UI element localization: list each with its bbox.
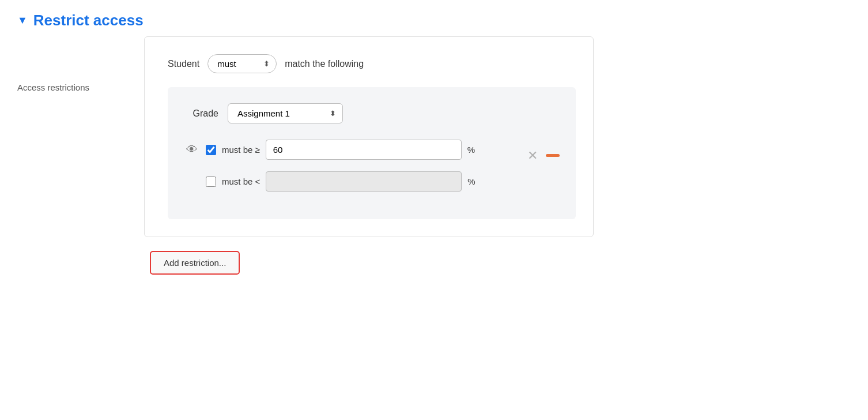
- must-select-wrapper: must must not ⬍: [207, 54, 277, 73]
- condition1-outer-row: 👁 must be ≥ % ✕: [184, 140, 560, 171]
- condition1-row: 👁 must be ≥ %: [184, 140, 516, 160]
- grade-select[interactable]: Assignment 1 Assignment 2 Quiz 1 Final: [228, 103, 343, 123]
- condition2-percent: %: [467, 177, 475, 186]
- action-icons: ✕: [527, 148, 560, 163]
- student-row: Student must must not ⬍ match the follow…: [162, 54, 576, 73]
- inner-panel: Grade Assignment 1 Assignment 2 Quiz 1 F…: [168, 87, 576, 219]
- grade-row: Grade Assignment 1 Assignment 2 Quiz 1 F…: [184, 103, 560, 123]
- condition1-percent: %: [467, 145, 475, 155]
- orange-dash-icon[interactable]: [546, 154, 560, 157]
- condition2-text: must be <: [222, 177, 260, 186]
- chevron-down-icon[interactable]: ▼: [17, 14, 28, 27]
- condition2-input: [266, 171, 462, 192]
- must-select[interactable]: must must not: [207, 54, 277, 73]
- eye-icon[interactable]: 👁: [184, 143, 200, 156]
- add-restriction-button[interactable]: Add restriction...: [150, 251, 240, 275]
- student-label: Student: [168, 59, 199, 69]
- condition1-input[interactable]: [266, 140, 462, 160]
- access-restrictions-label: Access restrictions: [17, 36, 133, 92]
- delete-icon[interactable]: ✕: [527, 148, 538, 163]
- condition2-outer-row: must be < %: [184, 171, 560, 203]
- condition2-row: must be < %: [184, 171, 560, 192]
- content-panel: Student must must not ⬍ match the follow…: [144, 36, 594, 237]
- page-title: Restrict access: [33, 12, 144, 29]
- section-header: ▼ Restrict access: [17, 12, 851, 29]
- grade-select-wrapper: Assignment 1 Assignment 2 Quiz 1 Final ⬍: [228, 103, 343, 123]
- condition2-checkbox[interactable]: [206, 177, 216, 187]
- grade-label: Grade: [184, 108, 218, 119]
- form-row: Access restrictions Student must must no…: [17, 36, 851, 275]
- match-text: match the following: [285, 59, 364, 69]
- condition1-text: must be ≥: [222, 145, 260, 155]
- condition1-checkbox[interactable]: [206, 145, 216, 155]
